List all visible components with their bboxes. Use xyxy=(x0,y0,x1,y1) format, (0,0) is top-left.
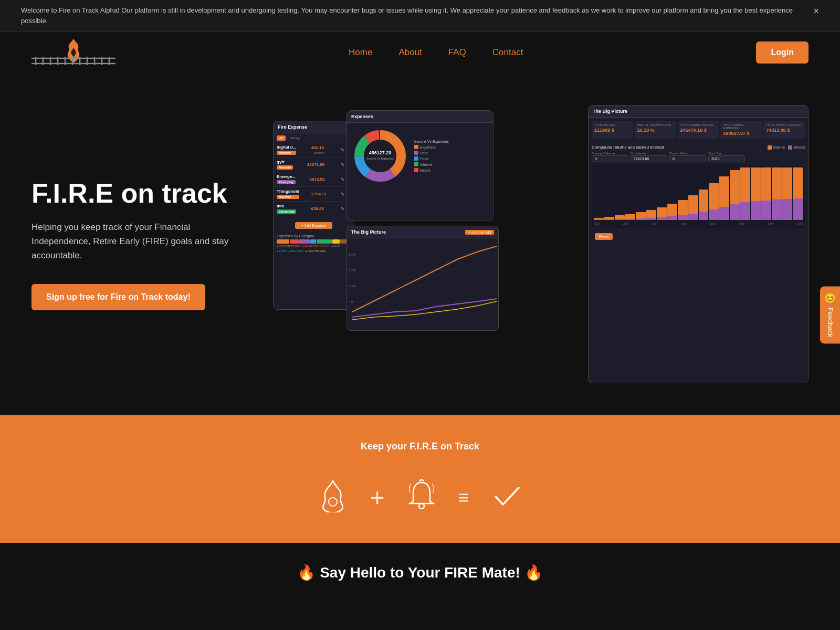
hero-section: F.I.R.E on track Helping you keep track … xyxy=(0,74,840,415)
sub-row-4: Thingshold Monthly 2794.11 ✎ 🗑 xyxy=(274,187,354,202)
bell-feature-icon xyxy=(406,478,437,517)
alpha-banner: Welcome to Fire on Track Alpha! Our plat… xyxy=(0,0,840,32)
svg-text:456127.23: 456127.23 xyxy=(369,150,392,155)
donut-chart-panel: Expenses 456127.23 xyxy=(346,110,494,220)
next-section: 🔥 Say Hello to Your FIRE Mate! 🔥 xyxy=(0,543,840,602)
hero-cta-button[interactable]: Sign up free for Fire on Track today! xyxy=(32,284,205,310)
filter-all[interactable]: All xyxy=(277,135,286,141)
hero-title: F.I.R.E on track xyxy=(32,178,262,209)
nav-about[interactable]: About xyxy=(398,47,422,57)
feedback-label: Feedback xyxy=(826,307,834,337)
svg-text:3,000: 3,000 xyxy=(348,253,356,256)
starting-balance-label: Starting Balance xyxy=(592,152,628,155)
stat-annual-income: TOTAL ANNUAL INCOME 245470.16 $ xyxy=(678,121,719,139)
banner-close-button[interactable]: × xyxy=(813,6,819,16)
fire-emoji-right: 🔥 xyxy=(524,564,543,581)
line-chart-panel: The Big Picture + Income Add 3,000 2 xyxy=(346,226,499,331)
svg-text:0: 0 xyxy=(351,300,353,303)
stat-growth: ANNUAL GROWTH RATE 26.18 % xyxy=(635,121,676,139)
subscription-panel: Fire Expense All Sort by digital d... Mo… xyxy=(273,121,354,310)
donut-panel-header: Expenses xyxy=(347,111,493,123)
equals-separator-icon: ≡ xyxy=(458,491,470,504)
growth-rate-label: Growth Rate xyxy=(669,152,706,155)
bigpic-panel: The Big Picture TOTAL INCOME 111969 $ AN… xyxy=(588,105,808,383)
hero-dashboard-mockup: Fire Expense All Sort by digital d... Mo… xyxy=(273,105,808,383)
edit-icon-4[interactable]: ✎ xyxy=(341,192,345,197)
feedback-icon: 😊 xyxy=(824,292,836,304)
features-icons-row: + ≡ xyxy=(21,478,819,517)
compound-title: Compound returns and earned interest xyxy=(592,145,664,150)
fire-emoji-left: 🔥 xyxy=(297,564,316,581)
svg-point-30 xyxy=(419,503,424,509)
orange-section: Keep your F.I.R.E on Track + ≡ xyxy=(0,415,840,543)
add-expense-button[interactable]: + Add Expense xyxy=(295,222,332,229)
svg-point-29 xyxy=(329,498,337,506)
fire-feature-icon xyxy=(317,478,349,517)
login-button[interactable]: Login xyxy=(756,41,808,64)
start-year-input[interactable] xyxy=(708,155,745,162)
stat-income: TOTAL INCOME 111969 $ xyxy=(592,121,633,139)
edit-icon-2[interactable]: ✎ xyxy=(341,162,345,167)
hero-left: F.I.R.E on track Helping you keep track … xyxy=(32,178,262,310)
category-chart: Expenses By Category ● SUBSCRIPTIONS ● E… xyxy=(274,232,354,255)
nav-faq[interactable]: FAQ xyxy=(448,47,466,57)
start-year-label: Start Year xyxy=(708,152,745,155)
next-section-title: 🔥 Say Hello to Your FIRE Mate! 🔥 xyxy=(21,564,819,581)
bigpic-header: The Big Picture xyxy=(589,106,808,118)
sub-panel-header: Fire Expense xyxy=(274,121,354,133)
reset-button[interactable]: Reset xyxy=(595,233,613,240)
compound-section: Compound returns and earned interest Bal… xyxy=(589,142,808,245)
contribution-input[interactable] xyxy=(631,155,667,162)
orange-section-title: Keep your F.I.R.E on Track xyxy=(21,441,819,452)
track-rails-icon xyxy=(32,55,116,67)
filter-sort[interactable]: Sort by xyxy=(287,135,302,141)
stat-annual-savings: TOTAL ANNUAL SAVINGS 74813.08 $ xyxy=(763,121,805,139)
income-add-button[interactable]: + Income Add xyxy=(465,230,494,235)
sub-row-5: Intil Streaming 639.88 ✎ 🗑 xyxy=(274,202,354,216)
navigation: Home About FAQ Contact Login xyxy=(0,32,840,74)
nav-home[interactable]: Home xyxy=(349,47,372,57)
nav-links: Home About FAQ Contact xyxy=(349,47,523,58)
bigpic-stats-grid: TOTAL INCOME 111969 $ ANNUAL GROWTH RATE… xyxy=(589,118,808,142)
hero-subtitle: Helping you keep track of your Financial… xyxy=(32,220,231,263)
feedback-widget[interactable]: 😊 Feedback xyxy=(820,286,840,343)
edit-icon-1[interactable]: ✎ xyxy=(341,148,345,153)
check-feature-icon xyxy=(491,478,523,517)
line-chart-svg: 3,000 2,000 1,000 0 xyxy=(347,238,499,322)
compound-bar-chart: 2023 2025 2027 2030 2033 2036 2040 2043 xyxy=(592,165,805,228)
donut-svg: 456127.23 Income Vs Expenses xyxy=(351,127,409,185)
line-panel-header: The Big Picture + Income Add xyxy=(347,226,498,238)
starting-balance-input[interactable] xyxy=(592,155,628,162)
sub-row-1: digital d... Monthly 482.18 weekly ✎ 🗑 xyxy=(274,143,354,158)
sub-row-2: gyff Monthly 22071.06 ✎ 🗑 xyxy=(274,158,354,172)
svg-text:1,000: 1,000 xyxy=(348,285,356,288)
svg-text:2,000: 2,000 xyxy=(348,269,356,272)
contribution-label: Contribution xyxy=(631,152,667,155)
nav-contact[interactable]: Contact xyxy=(492,47,523,57)
edit-icon-5[interactable]: ✎ xyxy=(341,206,345,212)
plus-separator-icon: + xyxy=(370,483,384,512)
growth-rate-input[interactable] xyxy=(669,155,706,162)
logo xyxy=(32,37,116,68)
stat-annual-expenses: TOTAL ANNUAL EXPENSES 190657.07 $ xyxy=(720,121,762,139)
edit-icon-3[interactable]: ✎ xyxy=(341,177,345,182)
banner-text: Welcome to Fire on Track Alpha! Our plat… xyxy=(21,5,803,26)
sub-row-3: Emerge... Emerging 2913.52 ✎ 🗑 xyxy=(274,172,354,187)
svg-text:Income Vs Expenses: Income Vs Expenses xyxy=(366,157,394,160)
